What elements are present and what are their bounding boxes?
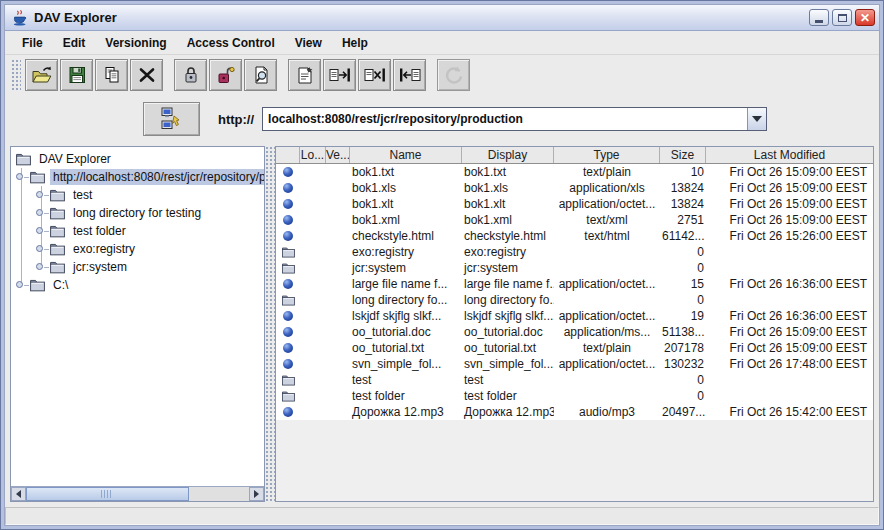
cell-size: 20497... xyxy=(660,405,706,420)
cell-name: bok1.xml xyxy=(350,213,462,228)
table-row[interactable]: oo_tutorial.txtoo_tutorial.txttext/plain… xyxy=(276,340,873,356)
folder-icon xyxy=(281,246,296,258)
open-button[interactable] xyxy=(25,59,58,91)
expand-knob-icon xyxy=(36,209,43,216)
main-split-area: DAV Explorerhttp://localhost:8080/rest/j… xyxy=(5,143,879,505)
column-header-size[interactable]: Size xyxy=(660,147,706,163)
scroll-right-button[interactable] xyxy=(249,487,264,501)
toolbar-drag-handle[interactable] xyxy=(11,59,21,91)
tree-expand-handle[interactable] xyxy=(15,276,29,294)
table-row[interactable]: bok1.xmlbok1.xmltext/xml2751Fri Oct 26 1… xyxy=(276,212,873,228)
table-row[interactable]: oo_tutorial.docoo_tutorial.docapplicatio… xyxy=(276,324,873,340)
cell-icon xyxy=(276,246,300,258)
menu-view[interactable]: View xyxy=(286,33,331,53)
expand-knob-icon xyxy=(36,227,43,234)
cell-type: application/octet... xyxy=(554,309,660,324)
table-row[interactable]: large file name f...large file name f...… xyxy=(276,276,873,292)
table-row[interactable]: Дорожка 12.mp3Дорожка 12.mp3audio/mp3204… xyxy=(276,404,873,420)
column-header-lo[interactable]: Lo... xyxy=(300,147,326,163)
titlebar[interactable]: DAV Explorer ✕ xyxy=(5,5,879,31)
cell-size: 0 xyxy=(660,389,706,404)
minimize-button[interactable] xyxy=(809,9,829,26)
table-row[interactable]: bok1.txtbok1.txttext/plain10Fri Oct 26 1… xyxy=(276,164,873,180)
table-row[interactable]: jcr:systemjcr:system0 xyxy=(276,260,873,276)
address-dropdown-button[interactable] xyxy=(747,108,766,130)
delete-button[interactable] xyxy=(130,59,163,91)
tree-node-5[interactable]: exo:registry xyxy=(11,240,264,258)
close-button[interactable]: ✕ xyxy=(855,9,875,26)
table-row[interactable]: long directory fo...long directory fo...… xyxy=(276,292,873,308)
tree-stem xyxy=(44,249,49,250)
tree-stem xyxy=(44,213,49,214)
table-row[interactable]: checkstyle.htmlcheckstyle.htmltext/html6… xyxy=(276,228,873,244)
tree-expand-handle[interactable] xyxy=(35,204,49,222)
menu-edit[interactable]: Edit xyxy=(54,33,95,53)
uncheckout-button[interactable] xyxy=(393,59,426,91)
column-header-ve[interactable]: Ve... xyxy=(326,147,350,163)
tree-expand-handle[interactable] xyxy=(35,186,49,204)
lock-button[interactable] xyxy=(174,59,207,91)
cell-display: oo_tutorial.txt xyxy=(462,341,554,356)
protocol-label: http:// xyxy=(218,112,254,127)
scrollbar-thumb[interactable] xyxy=(26,487,189,501)
cell-modified: Fri Oct 26 15:42:00 EEST xyxy=(706,405,873,420)
table-row[interactable]: lskjdf skjflg slkf...lskjdf skjflg slkf.… xyxy=(276,308,873,324)
connect-button[interactable] xyxy=(143,102,200,136)
tree-expand-handle[interactable] xyxy=(15,168,29,186)
folder-icon xyxy=(49,260,66,274)
tree-node-3[interactable]: long directory for testing xyxy=(11,204,264,222)
column-header-type[interactable]: Type xyxy=(554,147,660,163)
tree-node-7[interactable]: C:\ xyxy=(11,276,264,294)
check-out-button[interactable] xyxy=(358,59,391,91)
cell-name: large file name f... xyxy=(350,277,462,292)
column-header-lastmodified[interactable]: Last Modified xyxy=(706,147,873,163)
menu-versioning[interactable]: Versioning xyxy=(96,33,175,53)
view-button[interactable] xyxy=(244,59,277,91)
tree-expand-handle[interactable] xyxy=(35,240,49,258)
table-row[interactable]: testtest0 xyxy=(276,372,873,388)
java-cup-icon xyxy=(11,9,29,27)
column-header-name[interactable]: Name xyxy=(350,147,462,163)
cell-modified: Fri Oct 26 15:09:00 EEST xyxy=(706,165,873,180)
menu-file[interactable]: File xyxy=(13,33,52,53)
cell-size: 0 xyxy=(660,261,706,276)
address-combobox xyxy=(262,107,767,131)
tree-node-6[interactable]: jcr:system xyxy=(11,258,264,276)
column-header-display[interactable]: Display xyxy=(462,147,554,163)
table-row[interactable]: svn_simple_fol...svn_simple_fol...applic… xyxy=(276,356,873,372)
tree-expand-handle[interactable] xyxy=(35,222,49,240)
split-pane-divider[interactable] xyxy=(265,146,275,502)
check-in-button[interactable] xyxy=(323,59,356,91)
refresh-icon xyxy=(443,65,465,85)
copy-button[interactable] xyxy=(95,59,128,91)
maximize-button[interactable] xyxy=(832,9,852,26)
check-out-icon xyxy=(363,65,387,85)
properties-button[interactable] xyxy=(288,59,321,91)
cell-display: bok1.xlt xyxy=(462,197,554,212)
cell-modified: Fri Oct 26 15:09:00 EEST xyxy=(706,213,873,228)
menu-help[interactable]: Help xyxy=(333,33,377,53)
save-button[interactable] xyxy=(60,59,93,91)
tree-node-4[interactable]: test folder xyxy=(11,222,264,240)
column-header-icon[interactable] xyxy=(276,147,300,163)
cell-name: checkstyle.html xyxy=(350,229,462,244)
unlock-button[interactable] xyxy=(209,59,242,91)
table-row[interactable]: bok1.xlsbok1.xlsapplication/xls13824Fri … xyxy=(276,180,873,196)
table-row[interactable]: test foldertest folder0 xyxy=(276,388,873,404)
address-url-input[interactable] xyxy=(263,108,747,130)
menu-access-control[interactable]: Access Control xyxy=(178,33,284,53)
folder-icon xyxy=(49,242,66,256)
cell-size: 15 xyxy=(660,277,706,292)
cell-modified: Fri Oct 26 15:26:00 EEST xyxy=(706,229,873,244)
tree-node-2[interactable]: test xyxy=(11,186,264,204)
tree-node-1[interactable]: http://localhost:8080/rest/jcr/repositor… xyxy=(11,168,264,186)
tree-expand-handle[interactable] xyxy=(35,258,49,276)
expand-knob-icon xyxy=(16,281,23,288)
table-row[interactable]: exo:registryexo:registry0 xyxy=(276,244,873,260)
table-row[interactable]: bok1.xltbok1.xltapplication/octet...1382… xyxy=(276,196,873,212)
cell-size: 19 xyxy=(660,309,706,324)
scrollbar-track[interactable] xyxy=(26,487,249,501)
tree-node-0[interactable]: DAV Explorer xyxy=(11,150,264,168)
cell-type: text/plain xyxy=(554,165,660,180)
scroll-left-button[interactable] xyxy=(11,487,26,501)
